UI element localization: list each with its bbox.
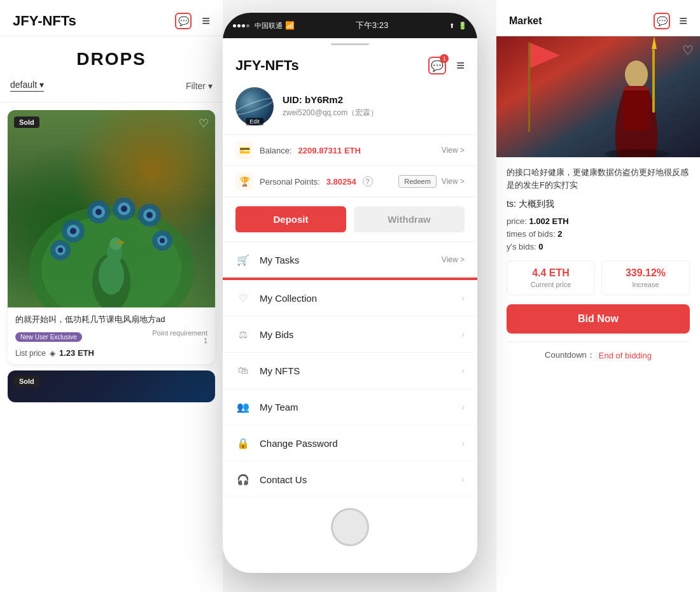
points-view-label: View > bbox=[442, 177, 465, 186]
points-view-link[interactable]: View > bbox=[442, 177, 465, 186]
menu-view-my-tasks[interactable]: View > bbox=[442, 255, 465, 264]
signal-dot-1 bbox=[233, 24, 236, 27]
card-info-1: 的就开始叫，低功耗几节课电风扇地方ad New User Exclusive P… bbox=[8, 307, 215, 364]
sort-default-label: default bbox=[10, 80, 37, 90]
bids-label: times of bids: bbox=[507, 229, 556, 239]
menu-icon-my-tasks: 🛒 bbox=[235, 252, 251, 267]
point-req-value: 1 bbox=[152, 337, 207, 344]
deposit-button[interactable]: Deposit bbox=[235, 206, 346, 232]
card-title-1: 的就开始叫，低功耗几节课电风扇地方ad bbox=[15, 314, 207, 325]
chat-notification-badge: 1 bbox=[440, 54, 449, 63]
menu-item-my-team[interactable]: 👥My Team› bbox=[223, 389, 477, 425]
bids-value: 2 bbox=[557, 229, 562, 239]
points-left: 🏆 Personal Points: 3.80254 ? bbox=[235, 173, 373, 190]
menu-item-my-collection[interactable]: ♡My Collection› bbox=[223, 280, 477, 316]
nft-card-2-preview[interactable]: Sold bbox=[8, 370, 215, 402]
hero-svg bbox=[496, 36, 700, 157]
wishlist-heart-icon[interactable]: ♡ bbox=[199, 116, 209, 130]
menu-item-left-my-team: 👥My Team bbox=[235, 399, 298, 414]
sort-dropdown[interactable]: default ▾ bbox=[10, 80, 44, 92]
menu-item-left-change-password: 🔒Change Password bbox=[235, 435, 338, 451]
balance-value: 2209.87311 ETH bbox=[298, 146, 361, 155]
right-header-icons: 💬 ≡ bbox=[654, 13, 687, 29]
points-row: 🏆 Personal Points: 3.80254 ? Redeem View… bbox=[223, 166, 477, 197]
price-label: price: bbox=[507, 216, 527, 226]
sold-badge-2: Sold bbox=[14, 376, 39, 387]
redeem-button[interactable]: Redeem bbox=[398, 175, 437, 188]
nft-card-1[interactable]: Sold ♡ 的就开始叫，低功耗几节课电风扇地方ad New User Excl… bbox=[8, 110, 215, 364]
menu-label-my-collection: My Collection bbox=[260, 293, 317, 304]
right-your-bids-row: y's bids: 0 bbox=[507, 242, 690, 251]
menu-item-left-contact-us: 🎧Contact Us bbox=[235, 472, 307, 487]
price-value: 1.002 ETH bbox=[529, 216, 568, 226]
right-hero-image: ♡ bbox=[496, 36, 700, 157]
right-panel: Market 💬 ≡ bbox=[496, 0, 700, 592]
menu-label-change-password: Change Password bbox=[260, 438, 338, 449]
left-logo: JFY-NFTs bbox=[13, 13, 76, 29]
phone-content: JFY-NFTs 💬 1 ≡ Edit UID: bY6Rm2 zwei52 bbox=[223, 48, 477, 498]
countdown-label: Countdown： bbox=[545, 349, 595, 361]
bid-now-button[interactable]: Bid Now bbox=[507, 304, 690, 334]
filter-button[interactable]: Filter ▾ bbox=[186, 81, 213, 91]
menu-item-my-tasks[interactable]: 🛒My TasksView > bbox=[223, 242, 477, 279]
menu-label-my-team: My Team bbox=[260, 402, 298, 412]
menu-icon-my-nfts: 🛍 bbox=[235, 363, 251, 378]
svg-rect-25 bbox=[496, 36, 700, 157]
signal-dot-3 bbox=[242, 24, 245, 27]
your-bids-label: y's bids: bbox=[507, 242, 536, 251]
menu-arrow-contact-us: › bbox=[461, 474, 465, 484]
increase-value: 339.12% bbox=[610, 267, 682, 279]
left-header-icons: 💬 ≡ bbox=[175, 13, 210, 29]
withdraw-button[interactable]: Withdraw bbox=[354, 206, 465, 232]
peacock-svg bbox=[10, 129, 213, 307]
eth-icon: ◈ bbox=[50, 349, 55, 358]
points-help-icon[interactable]: ? bbox=[363, 176, 373, 187]
action-buttons: Deposit Withdraw bbox=[223, 197, 477, 242]
filter-row: default ▾ Filter ▾ bbox=[0, 80, 223, 102]
ts-label: ts: bbox=[507, 199, 519, 209]
svg-point-19 bbox=[160, 238, 165, 243]
balance-label: Balance: bbox=[260, 146, 292, 155]
menu-label-my-tasks: My Tasks bbox=[260, 255, 299, 265]
hamburger-menu-left[interactable]: ≡ bbox=[202, 13, 210, 29]
right-bids-row: times of bids: 2 bbox=[507, 229, 690, 239]
balance-row: 💳 Balance: 2209.87311 ETH View > bbox=[223, 134, 477, 166]
svg-point-10 bbox=[121, 206, 127, 212]
right-description: 的接口哈好健康，更健康数据仿盗仿更好地很反感是的发生F的实打实 bbox=[507, 166, 690, 191]
right-chat-icon[interactable]: 💬 bbox=[654, 13, 670, 29]
balance-view-link[interactable]: View > bbox=[442, 146, 465, 155]
menu-item-left-my-bids: ⚖My Bids bbox=[235, 327, 293, 342]
current-price-value: 4.4 ETH bbox=[515, 267, 587, 279]
menu-arrow-my-nfts: › bbox=[461, 365, 465, 376]
points-value: 3.80254 bbox=[326, 177, 356, 187]
menu-item-change-password[interactable]: 🔒Change Password› bbox=[223, 425, 477, 462]
sold-badge: Sold bbox=[14, 116, 39, 128]
right-wishlist-icon[interactable]: ♡ bbox=[682, 43, 694, 58]
uid-text: UID: bY6Rm2 bbox=[283, 94, 465, 105]
signal-dots bbox=[233, 24, 249, 27]
email-text: zwei5200@qq.com（宏霖） bbox=[283, 108, 465, 118]
phone-header-icons: 💬 1 ≡ bbox=[428, 57, 465, 74]
phone-hamburger-icon[interactable]: ≡ bbox=[456, 57, 465, 74]
menu-item-contact-us[interactable]: 🎧Contact Us› bbox=[223, 462, 477, 498]
phone-chat-icon[interactable]: 💬 1 bbox=[428, 57, 446, 74]
chat-icon: 💬 bbox=[175, 13, 192, 29]
phone-overlay: 中国联通 📶 下午3:23 ⬆ 🔋 JFY-NFTs 💬 1 ≡ bbox=[223, 13, 477, 573]
hamburger-menu-right[interactable]: ≡ bbox=[679, 13, 687, 29]
drops-title: DROPS bbox=[0, 36, 223, 80]
menu-arrow-change-password: › bbox=[461, 438, 465, 448]
avatar-edit-badge[interactable]: Edit bbox=[246, 118, 263, 125]
home-button[interactable] bbox=[331, 508, 369, 546]
chat-icon-wrap[interactable]: 💬 bbox=[175, 13, 192, 29]
carrier-label: 中国联通 bbox=[255, 21, 283, 31]
menu-item-my-nfts[interactable]: 🛍My NFTS› bbox=[223, 353, 477, 389]
menu-arrow-my-collection: › bbox=[461, 293, 465, 303]
status-left: 中国联通 📶 bbox=[233, 21, 295, 31]
menu-item-my-bids[interactable]: ⚖My Bids› bbox=[223, 316, 477, 353]
market-title: Market bbox=[509, 15, 542, 27]
your-bids-value: 0 bbox=[538, 242, 543, 251]
svg-rect-28 bbox=[652, 49, 655, 113]
balance-icon: 💳 bbox=[235, 141, 253, 159]
points-right: Redeem View > bbox=[398, 175, 465, 188]
countdown-row: Countdown： End of bidding bbox=[507, 341, 690, 361]
